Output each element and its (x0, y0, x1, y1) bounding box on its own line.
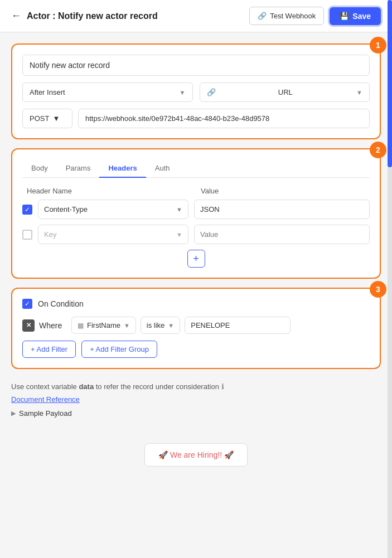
header-name-chevron-icon: ▼ (176, 206, 182, 213)
chevron-right-icon: ▶ (11, 410, 16, 417)
document-reference-link[interactable]: Document Reference (11, 395, 381, 404)
section-3: 3 On Condition ✕ Where ▦ FirstName ▼ is … (11, 288, 381, 369)
header-value-2-input[interactable] (194, 225, 370, 244)
header: ← Actor : Notify new actor record 🔗 Test… (0, 0, 392, 32)
condition-checkbox[interactable] (22, 299, 32, 309)
condition-header: On Condition (22, 299, 370, 309)
filter-value-input[interactable] (185, 317, 291, 334)
test-webhook-button[interactable]: 🔗 Test Webhook (249, 7, 324, 25)
header-right: 🔗 Test Webhook 💾 Save (249, 7, 381, 25)
condition-label: On Condition (38, 299, 84, 308)
tab-params[interactable]: Params (57, 159, 100, 178)
filter-row: ✕ Where ▦ FirstName ▼ is like ▼ (22, 317, 370, 334)
section-2: 2 Body Params Headers Auth Header Name V… (11, 148, 381, 279)
header-name-1-select[interactable]: Content-Type ▼ (38, 200, 188, 219)
trigger-row: After Insert ▼ 🔗 URL ▼ (22, 83, 370, 102)
save-icon: 💾 (340, 12, 349, 21)
add-filter-group-button[interactable]: + Add Filter Group (81, 341, 157, 358)
header-name-2-chevron-icon: ▼ (176, 231, 182, 238)
url-type-chevron-icon: ▼ (356, 89, 362, 96)
add-header-row-area: + (22, 250, 370, 268)
save-button[interactable]: 💾 Save (330, 7, 381, 25)
trigger-chevron-icon: ▼ (180, 89, 186, 96)
url-input[interactable] (78, 109, 370, 128)
trigger-select[interactable]: After Insert ▼ (22, 83, 193, 102)
back-button[interactable]: ← (11, 10, 21, 22)
section-3-badge: 3 (370, 281, 386, 298)
webhook-icon: 🔗 (258, 12, 267, 20)
page-title: Actor : Notify new actor record (27, 11, 158, 21)
section-1: 1 After Insert ▼ 🔗 URL ▼ POST ▼ (11, 43, 381, 139)
info-icon: ℹ (221, 382, 224, 391)
filter-operator-select[interactable]: is like ▼ (141, 317, 180, 334)
header-row-1-checkbox[interactable] (22, 205, 32, 215)
sample-payload-toggle[interactable]: ▶ Sample Payload (0, 406, 392, 421)
tabs-row: Body Params Headers Auth (22, 159, 370, 178)
notify-name-input[interactable] (22, 55, 370, 76)
tab-auth[interactable]: Auth (146, 159, 179, 178)
scrollbar-track (388, 0, 392, 558)
header-row-2: Key ▼ (22, 225, 370, 244)
header-name-2-select[interactable]: Key ▼ (38, 225, 188, 244)
url-row: POST ▼ (22, 109, 370, 128)
header-name-col-label: Header Name (27, 187, 194, 195)
main-content: 1 After Insert ▼ 🔗 URL ▼ POST ▼ 2 Bo (0, 32, 392, 380)
header-value-1-input[interactable] (194, 200, 370, 219)
field-icon: ▦ (78, 322, 84, 329)
tab-headers[interactable]: Headers (99, 159, 146, 178)
scrollbar-thumb[interactable] (388, 0, 392, 167)
link-icon: 🔗 (207, 88, 216, 96)
field-chevron-icon: ▼ (124, 322, 130, 329)
section-1-badge: 1 (370, 37, 386, 54)
hiring-banner[interactable]: 🚀 We are Hiring!! 🚀 (144, 443, 248, 467)
add-header-row-button[interactable]: + (187, 250, 205, 268)
headers-col-headers: Header Name Value (22, 187, 370, 195)
url-type-select[interactable]: 🔗 URL ▼ (200, 83, 370, 102)
context-info: Use context variable data to refer the r… (0, 382, 392, 391)
add-filter-button[interactable]: + Add Filter (22, 341, 76, 358)
header-row-1: Content-Type ▼ (22, 200, 370, 219)
section-2-badge: 2 (370, 142, 386, 158)
key-placeholder: Key (44, 230, 56, 239)
filter-field-select[interactable]: ▦ FirstName ▼ (71, 317, 136, 334)
header-value-col-label: Value (194, 187, 365, 195)
header-left: ← Actor : Notify new actor record (11, 10, 158, 22)
filter-actions: + Add Filter + Add Filter Group (22, 341, 370, 358)
tab-body[interactable]: Body (22, 159, 57, 178)
where-label: Where (39, 321, 67, 330)
method-select[interactable]: POST ▼ (22, 109, 72, 128)
op-chevron-icon: ▼ (168, 322, 174, 329)
where-remove-button[interactable]: ✕ (22, 319, 35, 332)
method-chevron-icon: ▼ (52, 114, 60, 123)
header-row-2-checkbox[interactable] (22, 230, 32, 240)
